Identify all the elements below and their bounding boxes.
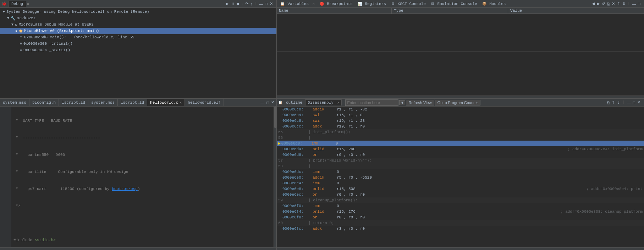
- vars-minimize-btn[interactable]: —: [631, 1, 637, 6]
- tree-item-mb0[interactable]: ▶ ⬟ MicroBlaze #0 (Breakpoint: main): [0, 28, 276, 34]
- disasm-line[interactable]: 0000e6f8:orr0 , r0 , r0: [277, 214, 644, 220]
- editor-tab-system-mss-2[interactable]: system.mss: [88, 99, 118, 107]
- vars-maximize-btn[interactable]: □: [637, 1, 641, 6]
- vars-copy-btn[interactable]: ⎘: [606, 1, 610, 6]
- variables-tab-close[interactable]: ✕: [313, 2, 315, 6]
- tab-modules[interactable]: 📦 Modules: [480, 1, 508, 7]
- minimize-debug[interactable]: —: [258, 1, 264, 6]
- disasm-line[interactable]: 0000e6e0:addikr5 , r0 , -5520: [277, 175, 644, 180]
- disasm-hscroll[interactable]: [277, 247, 644, 250]
- disasm-line[interactable]: 0000e6cc:addkr19, r1 , r0: [277, 124, 644, 129]
- vars-collapse-btn[interactable]: ◀: [591, 1, 595, 6]
- tab-debug[interactable]: Debug: [8, 1, 26, 7]
- editor-tab-label-system-mss-1: system.mss: [3, 100, 26, 105]
- vars-bottom-area: [277, 51, 644, 96]
- code-editor[interactable]: * UART TYPE BAUD RATE * ----------------…: [11, 107, 274, 247]
- tree-item-frame1[interactable]: ≡ 0x0000e300 _crtinit(): [0, 40, 276, 47]
- disasm-line[interactable]: 0000e6c0:addikr1 , r1 , -32: [277, 107, 644, 112]
- tree-item-root[interactable]: ▼ System Debugger using Debug_helloworld…: [0, 9, 276, 15]
- vars-refresh-btn[interactable]: ↺: [601, 1, 606, 6]
- tab-xsct-console[interactable]: 🖥 XSCT Console: [389, 1, 428, 7]
- editor-vscroll[interactable]: [274, 107, 276, 247]
- editor-tab-lscript-ld-2[interactable]: lscript.ld: [118, 99, 147, 107]
- disasm-line[interactable]: 57 | print("Hello World\n\r");: [277, 158, 644, 163]
- step-over-button[interactable]: ↷: [244, 1, 249, 6]
- tree-item-frame0[interactable]: ≡ 0x0000e6d0 main(): ../src/helloworld.c…: [0, 34, 276, 40]
- tab-disassembly[interactable]: Disassembly ✕: [305, 99, 342, 105]
- vars-expand-btn[interactable]: ▶: [596, 1, 600, 6]
- disasm-line[interactable]: 55 | init_platform();: [277, 129, 644, 135]
- refresh-view-btn[interactable]: Refresh View: [406, 100, 434, 105]
- debug-panel: 🐞 Debug ✕ ▶ ⏸ ■ ↓ ↷ ↑ | — □ ✕: [0, 0, 277, 98]
- editor-tab-helloworld-c[interactable]: helloworld.c ✕: [147, 99, 185, 107]
- editor-panel: system.mss blconfig.h lscript.ld system.…: [0, 99, 277, 250]
- editor-close-btn[interactable]: ✕: [270, 100, 275, 105]
- disasm-line[interactable]: 0000e6d8:orr0 , r0 , r0: [277, 152, 644, 158]
- disasm-line[interactable]: 58 |: [277, 163, 644, 169]
- terminate-button[interactable]: ■: [236, 1, 240, 6]
- disasm-line[interactable]: 0000e6d4:brlidr15, 240; addr=0x0000e7c4:…: [277, 146, 644, 152]
- disasm-close-btn[interactable]: ✕: [637, 100, 641, 105]
- disasm-line[interactable]: 0000e6f4:brlidr15, 276; addr=0x0000e808:…: [277, 209, 644, 214]
- breakpoints-icon: 🔴: [320, 2, 324, 6]
- editor-minimize-btn[interactable]: —: [260, 100, 265, 105]
- disasm-line[interactable]: ▶0000e6d0:imm0: [277, 141, 644, 146]
- variables-icon: 📋: [280, 2, 285, 6]
- editor-tab-lscript-ld-1[interactable]: lscript.ld: [59, 99, 88, 107]
- tree-item-mb-debug[interactable]: ▼ ⚙ MicroBlaze Debug Module at USER2: [0, 21, 276, 28]
- disasm-line[interactable]: 0000e6c4:swir15, r1 , 0: [277, 112, 644, 118]
- disasm-export-btn[interactable]: ⇑: [611, 100, 616, 105]
- close-debug[interactable]: ✕: [269, 1, 274, 6]
- editor-tab-blconfig-h[interactable]: blconfig.h: [29, 99, 59, 107]
- tree-item-frame2[interactable]: ≡ 0x0000e024 _start1(): [0, 47, 276, 53]
- expand-icon-mb0: ▶: [16, 29, 18, 33]
- location-input[interactable]: [345, 99, 398, 106]
- editor-maximize-btn[interactable]: □: [266, 100, 270, 105]
- disasm-line[interactable]: 0000e6e8:brlidr15, 508; addr=0x0000e8e4:…: [277, 186, 644, 192]
- disasm-line[interactable]: 0000e6fc:addkr3 , r0 , r0: [277, 226, 644, 232]
- vars-scroll-h[interactable]: [277, 96, 644, 98]
- editor-tab-system-mss-1[interactable]: system.mss: [0, 99, 29, 107]
- code-line-1: * UART TYPE BAUD RATE: [13, 118, 271, 124]
- tab-registers[interactable]: 📊 Registers: [356, 1, 388, 7]
- vars-import-btn[interactable]: ⇓: [622, 1, 626, 6]
- disasm-line[interactable]: 59 | cleanup_platform();: [277, 197, 644, 203]
- location-dropdown-btn[interactable]: ▼: [399, 100, 405, 105]
- debug-tab-close[interactable]: ✕: [27, 2, 29, 6]
- goto-program-counter-btn[interactable]: Go to Program Counter: [435, 100, 480, 105]
- top-section: 🐞 Debug ✕ ▶ ⏸ ■ ↓ ↷ ↑ | — □ ✕: [0, 0, 644, 99]
- disasm-line[interactable]: 56 |: [277, 135, 644, 141]
- resume-button[interactable]: ▶: [225, 1, 229, 6]
- tab-breakpoints[interactable]: 🔴 Breakpoints: [318, 1, 355, 7]
- disasm-import-btn[interactable]: ⇓: [616, 100, 621, 105]
- line-numbers: [0, 107, 11, 247]
- editor-hscroll[interactable]: [0, 247, 276, 250]
- variables-panel: 📋 Variables ✕ 🔴 Breakpoints 📊 Registers …: [277, 0, 644, 98]
- editor-tab-close-helloworld-c[interactable]: ✕: [180, 100, 182, 105]
- disasm-panel-icon: 📋: [278, 100, 282, 105]
- suspend-button[interactable]: ⏸: [230, 1, 235, 6]
- tab-variables[interactable]: 📋 Variables ✕: [278, 1, 317, 7]
- disasm-line[interactable]: 0000e6c8:swir19, r1 , 28: [277, 118, 644, 124]
- disasm-maximize-btn[interactable]: □: [632, 100, 636, 105]
- disasm-line[interactable]: 0000e6dc:imm0: [277, 169, 644, 175]
- disasm-tab-close[interactable]: ✕: [337, 101, 339, 105]
- disasm-line[interactable]: 0000e6e4:imm0: [277, 180, 644, 186]
- vars-export-btn[interactable]: ⇑: [616, 1, 621, 6]
- step-into-button[interactable]: ↓: [241, 1, 244, 6]
- step-return-button[interactable]: ↑: [250, 1, 253, 6]
- xsct-icon: 🖥: [391, 2, 395, 6]
- disasm-copy-btn[interactable]: ⎘: [606, 100, 610, 105]
- disasm-line[interactable]: 60 | return 0;: [277, 220, 644, 226]
- disasm-minimize-btn[interactable]: —: [626, 100, 631, 105]
- disasm-line[interactable]: 0000e6f0:imm0: [277, 203, 644, 209]
- tree-item-xc7k[interactable]: ▼ 🔧 xc7k325t: [0, 15, 276, 21]
- code-line-4: * uartlite Configurable only in HW desig…: [13, 169, 271, 175]
- tab-emulation-console[interactable]: 🖥 Emulation Console: [429, 1, 479, 7]
- disasm-line[interactable]: 0000e6ec:orr0 , r0 , r0: [277, 192, 644, 197]
- vars-delete-btn[interactable]: ✕: [611, 1, 616, 6]
- maximize-debug[interactable]: □: [264, 1, 268, 6]
- tab-outline[interactable]: outline: [284, 100, 304, 105]
- editor-tab-helloworld-elf[interactable]: helloworld.elf: [185, 99, 224, 107]
- col-type: Type: [392, 8, 508, 14]
